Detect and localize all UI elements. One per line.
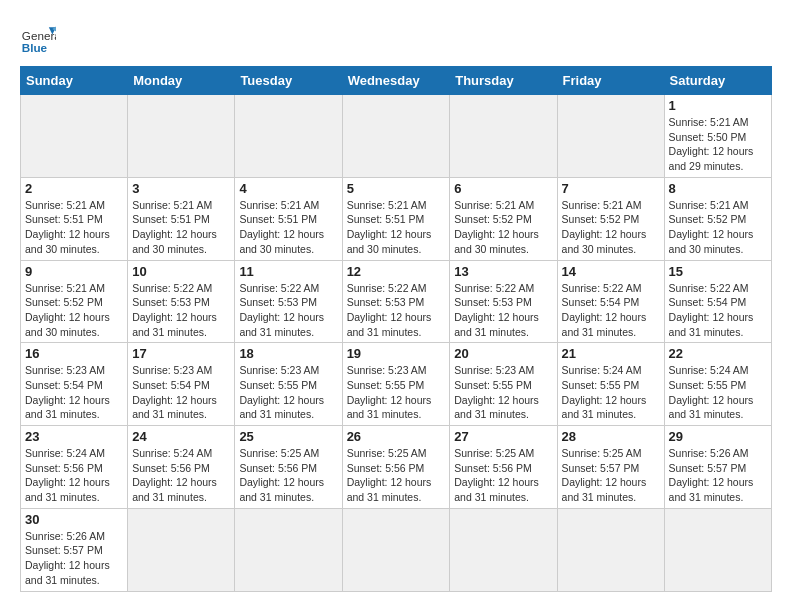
day-number: 15 [669, 264, 767, 279]
sun-info: Sunrise: 5:25 AM Sunset: 5:56 PM Dayligh… [347, 446, 446, 505]
sun-info: Sunrise: 5:21 AM Sunset: 5:52 PM Dayligh… [25, 281, 123, 340]
calendar-cell: 4Sunrise: 5:21 AM Sunset: 5:51 PM Daylig… [235, 177, 342, 260]
cell-content: 14Sunrise: 5:22 AM Sunset: 5:54 PM Dayli… [562, 264, 660, 340]
cell-content: 3Sunrise: 5:21 AM Sunset: 5:51 PM Daylig… [132, 181, 230, 257]
sun-info: Sunrise: 5:24 AM Sunset: 5:56 PM Dayligh… [25, 446, 123, 505]
calendar-cell: 1Sunrise: 5:21 AM Sunset: 5:50 PM Daylig… [664, 95, 771, 178]
sun-info: Sunrise: 5:23 AM Sunset: 5:54 PM Dayligh… [25, 363, 123, 422]
cell-content: 12Sunrise: 5:22 AM Sunset: 5:53 PM Dayli… [347, 264, 446, 340]
calendar-week-row: 16Sunrise: 5:23 AM Sunset: 5:54 PM Dayli… [21, 343, 772, 426]
sun-info: Sunrise: 5:21 AM Sunset: 5:51 PM Dayligh… [132, 198, 230, 257]
sun-info: Sunrise: 5:22 AM Sunset: 5:54 PM Dayligh… [562, 281, 660, 340]
day-number: 16 [25, 346, 123, 361]
sun-info: Sunrise: 5:26 AM Sunset: 5:57 PM Dayligh… [25, 529, 123, 588]
logo-icon: General Blue [20, 20, 56, 56]
day-number: 25 [239, 429, 337, 444]
day-number: 23 [25, 429, 123, 444]
calendar-cell: 3Sunrise: 5:21 AM Sunset: 5:51 PM Daylig… [128, 177, 235, 260]
calendar-cell: 27Sunrise: 5:25 AM Sunset: 5:56 PM Dayli… [450, 426, 557, 509]
calendar-cell: 15Sunrise: 5:22 AM Sunset: 5:54 PM Dayli… [664, 260, 771, 343]
cell-content: 22Sunrise: 5:24 AM Sunset: 5:55 PM Dayli… [669, 346, 767, 422]
cell-content: 24Sunrise: 5:24 AM Sunset: 5:56 PM Dayli… [132, 429, 230, 505]
day-number: 30 [25, 512, 123, 527]
calendar-cell: 23Sunrise: 5:24 AM Sunset: 5:56 PM Dayli… [21, 426, 128, 509]
day-number: 27 [454, 429, 552, 444]
cell-content: 28Sunrise: 5:25 AM Sunset: 5:57 PM Dayli… [562, 429, 660, 505]
cell-content: 15Sunrise: 5:22 AM Sunset: 5:54 PM Dayli… [669, 264, 767, 340]
weekday-header-cell: Thursday [450, 67, 557, 95]
sun-info: Sunrise: 5:24 AM Sunset: 5:55 PM Dayligh… [669, 363, 767, 422]
cell-content: 23Sunrise: 5:24 AM Sunset: 5:56 PM Dayli… [25, 429, 123, 505]
day-number: 28 [562, 429, 660, 444]
sun-info: Sunrise: 5:21 AM Sunset: 5:51 PM Dayligh… [239, 198, 337, 257]
cell-content: 30Sunrise: 5:26 AM Sunset: 5:57 PM Dayli… [25, 512, 123, 588]
cell-content: 16Sunrise: 5:23 AM Sunset: 5:54 PM Dayli… [25, 346, 123, 422]
sun-info: Sunrise: 5:22 AM Sunset: 5:53 PM Dayligh… [132, 281, 230, 340]
sun-info: Sunrise: 5:22 AM Sunset: 5:53 PM Dayligh… [347, 281, 446, 340]
logo: General Blue [20, 20, 60, 56]
calendar-cell: 18Sunrise: 5:23 AM Sunset: 5:55 PM Dayli… [235, 343, 342, 426]
sun-info: Sunrise: 5:25 AM Sunset: 5:56 PM Dayligh… [454, 446, 552, 505]
weekday-header-cell: Monday [128, 67, 235, 95]
cell-content: 26Sunrise: 5:25 AM Sunset: 5:56 PM Dayli… [347, 429, 446, 505]
calendar-body: 1Sunrise: 5:21 AM Sunset: 5:50 PM Daylig… [21, 95, 772, 592]
sun-info: Sunrise: 5:26 AM Sunset: 5:57 PM Dayligh… [669, 446, 767, 505]
calendar-week-row: 9Sunrise: 5:21 AM Sunset: 5:52 PM Daylig… [21, 260, 772, 343]
calendar-cell [557, 508, 664, 591]
cell-content: 6Sunrise: 5:21 AM Sunset: 5:52 PM Daylig… [454, 181, 552, 257]
day-number: 14 [562, 264, 660, 279]
cell-content: 7Sunrise: 5:21 AM Sunset: 5:52 PM Daylig… [562, 181, 660, 257]
sun-info: Sunrise: 5:21 AM Sunset: 5:50 PM Dayligh… [669, 115, 767, 174]
calendar-cell: 9Sunrise: 5:21 AM Sunset: 5:52 PM Daylig… [21, 260, 128, 343]
weekday-header-row: SundayMondayTuesdayWednesdayThursdayFrid… [21, 67, 772, 95]
day-number: 3 [132, 181, 230, 196]
sun-info: Sunrise: 5:23 AM Sunset: 5:54 PM Dayligh… [132, 363, 230, 422]
cell-content: 27Sunrise: 5:25 AM Sunset: 5:56 PM Dayli… [454, 429, 552, 505]
day-number: 5 [347, 181, 446, 196]
svg-text:Blue: Blue [22, 41, 48, 54]
sun-info: Sunrise: 5:21 AM Sunset: 5:52 PM Dayligh… [669, 198, 767, 257]
sun-info: Sunrise: 5:22 AM Sunset: 5:54 PM Dayligh… [669, 281, 767, 340]
calendar-week-row: 23Sunrise: 5:24 AM Sunset: 5:56 PM Dayli… [21, 426, 772, 509]
calendar-cell: 8Sunrise: 5:21 AM Sunset: 5:52 PM Daylig… [664, 177, 771, 260]
calendar-cell: 17Sunrise: 5:23 AM Sunset: 5:54 PM Dayli… [128, 343, 235, 426]
day-number: 1 [669, 98, 767, 113]
cell-content: 4Sunrise: 5:21 AM Sunset: 5:51 PM Daylig… [239, 181, 337, 257]
sun-info: Sunrise: 5:25 AM Sunset: 5:57 PM Dayligh… [562, 446, 660, 505]
weekday-header-cell: Saturday [664, 67, 771, 95]
cell-content: 19Sunrise: 5:23 AM Sunset: 5:55 PM Dayli… [347, 346, 446, 422]
sun-info: Sunrise: 5:21 AM Sunset: 5:51 PM Dayligh… [25, 198, 123, 257]
calendar-cell: 24Sunrise: 5:24 AM Sunset: 5:56 PM Dayli… [128, 426, 235, 509]
day-number: 11 [239, 264, 337, 279]
calendar-cell: 19Sunrise: 5:23 AM Sunset: 5:55 PM Dayli… [342, 343, 450, 426]
calendar-cell [128, 508, 235, 591]
cell-content: 20Sunrise: 5:23 AM Sunset: 5:55 PM Dayli… [454, 346, 552, 422]
cell-content: 8Sunrise: 5:21 AM Sunset: 5:52 PM Daylig… [669, 181, 767, 257]
cell-content: 17Sunrise: 5:23 AM Sunset: 5:54 PM Dayli… [132, 346, 230, 422]
calendar-cell: 13Sunrise: 5:22 AM Sunset: 5:53 PM Dayli… [450, 260, 557, 343]
calendar-week-row: 1Sunrise: 5:21 AM Sunset: 5:50 PM Daylig… [21, 95, 772, 178]
calendar-cell: 14Sunrise: 5:22 AM Sunset: 5:54 PM Dayli… [557, 260, 664, 343]
day-number: 8 [669, 181, 767, 196]
day-number: 21 [562, 346, 660, 361]
cell-content: 9Sunrise: 5:21 AM Sunset: 5:52 PM Daylig… [25, 264, 123, 340]
sun-info: Sunrise: 5:22 AM Sunset: 5:53 PM Dayligh… [239, 281, 337, 340]
day-number: 4 [239, 181, 337, 196]
sun-info: Sunrise: 5:25 AM Sunset: 5:56 PM Dayligh… [239, 446, 337, 505]
sun-info: Sunrise: 5:21 AM Sunset: 5:52 PM Dayligh… [454, 198, 552, 257]
cell-content: 18Sunrise: 5:23 AM Sunset: 5:55 PM Dayli… [239, 346, 337, 422]
calendar-cell [664, 508, 771, 591]
weekday-header-cell: Friday [557, 67, 664, 95]
calendar-cell [235, 508, 342, 591]
day-number: 7 [562, 181, 660, 196]
day-number: 18 [239, 346, 337, 361]
calendar-cell: 25Sunrise: 5:25 AM Sunset: 5:56 PM Dayli… [235, 426, 342, 509]
calendar-cell: 16Sunrise: 5:23 AM Sunset: 5:54 PM Dayli… [21, 343, 128, 426]
sun-info: Sunrise: 5:23 AM Sunset: 5:55 PM Dayligh… [454, 363, 552, 422]
calendar-cell: 29Sunrise: 5:26 AM Sunset: 5:57 PM Dayli… [664, 426, 771, 509]
calendar-cell: 2Sunrise: 5:21 AM Sunset: 5:51 PM Daylig… [21, 177, 128, 260]
calendar-cell [450, 95, 557, 178]
weekday-header-cell: Sunday [21, 67, 128, 95]
calendar-cell: 10Sunrise: 5:22 AM Sunset: 5:53 PM Dayli… [128, 260, 235, 343]
calendar-cell [450, 508, 557, 591]
